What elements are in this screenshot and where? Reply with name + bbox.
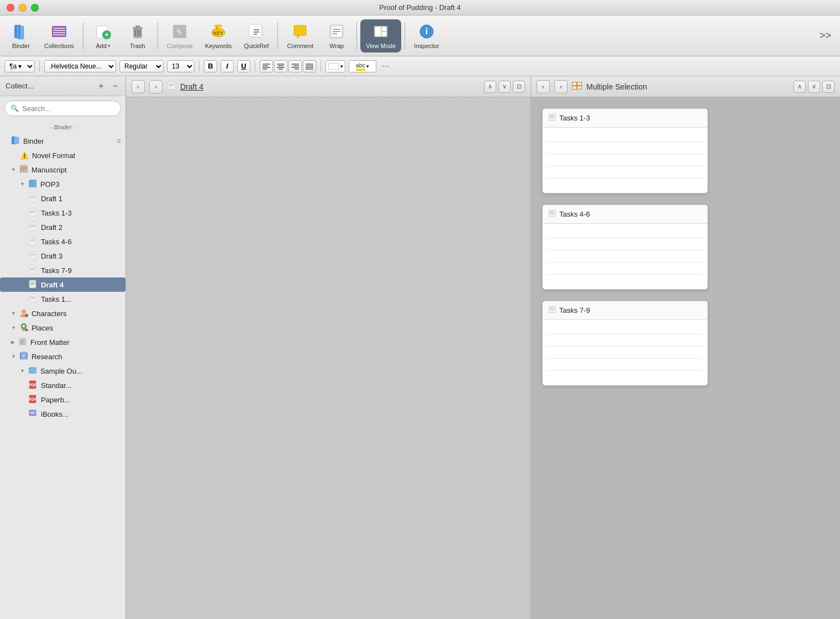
sidebar-item-ibooks[interactable]: IMG iBooks... xyxy=(0,407,125,421)
manuscript-icon xyxy=(19,165,29,175)
sidebar-item-pop3[interactable]: ▼ POP3 xyxy=(0,177,125,191)
svg-text:+: + xyxy=(104,31,108,39)
sidebar-item-novel-format-label: Novel Format xyxy=(32,151,121,160)
sidebar-item-characters[interactable]: ▼ + Characters xyxy=(0,306,125,321)
sidebar-item-places[interactable]: ▼ 📌 Places xyxy=(0,321,125,335)
highlight-picker[interactable]: abc ▾ xyxy=(349,60,376,72)
align-left-button[interactable] xyxy=(260,60,273,72)
sidebar-item-research[interactable]: ▼ Research xyxy=(0,349,125,364)
corkboard-up-button[interactable]: ∧ xyxy=(794,81,806,93)
sidebar-item-draft4[interactable]: Draft 4 xyxy=(0,277,125,292)
keywords-button[interactable]: KEY Keywords xyxy=(200,19,237,53)
editor-doc-icon xyxy=(167,81,176,92)
sidebar-item-paperb[interactable]: PDF Paperb... xyxy=(0,392,125,407)
inspector-button[interactable]: i Inspector xyxy=(408,19,444,53)
comment-label: Comment xyxy=(287,43,313,49)
card-tasks79-lines xyxy=(543,320,707,385)
research-triangle: ▼ xyxy=(11,354,16,359)
card-line xyxy=(547,359,703,371)
toolbar-more-button[interactable]: >> xyxy=(815,27,836,45)
editor-content[interactable] xyxy=(126,97,531,619)
align-justify-button[interactable] xyxy=(303,60,316,72)
sidebar-item-draft1[interactable]: Draft 1 xyxy=(0,191,125,206)
font-style-select[interactable]: Regular xyxy=(119,60,164,72)
close-button[interactable] xyxy=(7,4,14,12)
binder-root-item[interactable]: Binder ≡ xyxy=(0,134,125,148)
binder-section: - Binder - xyxy=(0,120,125,134)
svg-text:✎: ✎ xyxy=(176,28,183,36)
sidebar-item-draft1-label: Draft 1 xyxy=(41,195,121,203)
sidebar-item-tasks46[interactable]: Tasks 4-6 xyxy=(0,234,125,249)
sidebar-item-sampleou-label: Sample Ou... xyxy=(40,367,121,375)
fmt-sep-4 xyxy=(321,61,321,72)
comment-button[interactable]: Comment xyxy=(281,19,319,53)
card-line xyxy=(547,166,703,179)
quickref-button[interactable]: QuickRef xyxy=(238,19,274,53)
sidebar-item-standar[interactable]: PDF Standar... xyxy=(0,378,125,392)
italic-button[interactable]: I xyxy=(221,60,234,72)
card-tasks79[interactable]: Tasks 7-9 xyxy=(542,301,708,386)
svg-rect-129 xyxy=(549,114,555,120)
sidebar-item-manuscript[interactable]: ▼ Manuscript xyxy=(0,162,125,177)
font-name-select[interactable]: .Helvetica Neue... xyxy=(44,60,116,72)
editor-maximize-button[interactable]: ⊡ xyxy=(513,81,525,93)
trash-button[interactable]: Trash xyxy=(121,19,154,53)
viewmode-button[interactable]: View Mode xyxy=(360,19,401,53)
sidebar-item-frontmatter[interactable]: ▶ Front Matter xyxy=(0,335,125,349)
sidebar-item-draft2[interactable]: Draft 2 xyxy=(0,220,125,234)
wrap-button[interactable]: Wrap xyxy=(320,19,353,53)
editor-up-button[interactable]: ∧ xyxy=(484,81,496,93)
minimize-button[interactable] xyxy=(19,4,27,12)
sidebar-item-draft3-label: Draft 3 xyxy=(41,252,121,260)
maximize-button[interactable] xyxy=(31,4,39,12)
align-right-button[interactable] xyxy=(288,60,302,72)
card-tasks13-icon xyxy=(548,113,556,123)
card-line xyxy=(547,179,703,191)
card-tasks46[interactable]: Tasks 4-6 xyxy=(542,204,708,290)
corkboard-down-button[interactable]: ∨ xyxy=(808,81,820,93)
svg-rect-4 xyxy=(53,28,65,29)
bold-button[interactable]: B xyxy=(204,60,217,72)
editor-back-button[interactable]: ‹ xyxy=(132,80,145,93)
quickref-label: QuickRef xyxy=(244,43,269,49)
corkboard-back-button[interactable]: ‹ xyxy=(537,80,550,93)
card-tasks13[interactable]: Tasks 1-3 xyxy=(542,108,708,193)
sampleou-triangle: ▼ xyxy=(20,368,25,374)
sidebar-item-sampleou[interactable]: ▼ Sample Ou... xyxy=(0,364,125,378)
svg-rect-77 xyxy=(29,237,36,245)
underline-button[interactable]: U xyxy=(237,60,250,72)
card-tasks46-header: Tasks 4-6 xyxy=(543,205,707,224)
sidebar-item-places-label: Places xyxy=(32,324,121,332)
compose-button[interactable]: ✎ Compose xyxy=(161,19,198,53)
quickref-icon xyxy=(248,23,265,40)
card-tasks46-title: Tasks 4-6 xyxy=(559,210,590,218)
binder-root-icon xyxy=(11,136,21,146)
svg-rect-137 xyxy=(549,306,555,313)
collections-button[interactable]: Collections xyxy=(39,19,80,53)
align-center-button[interactable] xyxy=(274,60,287,72)
editor-forward-button[interactable]: › xyxy=(149,80,162,93)
font-size-select[interactable]: 13 xyxy=(167,60,195,72)
sidebar-item-tasks79[interactable]: Tasks 7-9 xyxy=(0,263,125,277)
corkboard-maximize-button[interactable]: ⊡ xyxy=(822,81,834,93)
svg-rect-81 xyxy=(29,251,36,259)
toolbar: Binder Collections + Add ▾ xyxy=(0,15,840,56)
sidebar-item-tasks1more[interactable]: Tasks 1... xyxy=(0,292,125,306)
binder-button[interactable]: Binder xyxy=(4,19,38,53)
search-box: 🔍 xyxy=(4,101,121,116)
sidebar-item-tasks13[interactable]: Tasks 1-3 xyxy=(0,206,125,220)
format-more-button[interactable]: ··· xyxy=(382,61,389,71)
binder-lines-icon: ≡ xyxy=(117,137,121,145)
paragraph-style-select[interactable]: ¶a ▾ xyxy=(4,60,35,72)
fmt-sep-3 xyxy=(255,61,255,72)
add-icon: + xyxy=(95,23,112,40)
sidebar-item-novel-format[interactable]: ⚠️ Novel Format xyxy=(0,148,125,162)
sidebar-add-button[interactable]: + xyxy=(96,80,106,92)
editor-down-button[interactable]: ∨ xyxy=(498,81,511,93)
sidebar-collapse-button[interactable]: − xyxy=(111,80,120,92)
corkboard-forward-button[interactable]: › xyxy=(554,80,568,93)
search-input[interactable] xyxy=(22,104,115,113)
add-button[interactable]: + Add ▾ xyxy=(87,19,120,53)
color-picker[interactable]: ▾ xyxy=(326,60,345,72)
sidebar-item-draft3[interactable]: Draft 3 xyxy=(0,249,125,263)
